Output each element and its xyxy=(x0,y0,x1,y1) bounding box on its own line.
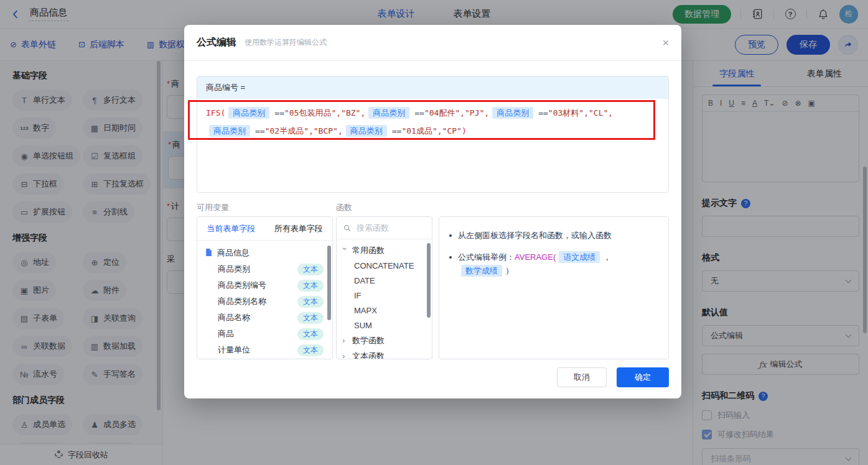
variable-name: 商品类别 xyxy=(218,264,250,275)
tip-example-field-chip: 数学成绩 xyxy=(461,265,502,277)
function-item[interactable]: CONCATENATE xyxy=(337,258,432,273)
variable-type-tag: 文本 xyxy=(297,312,324,324)
formula-token: "CL" xyxy=(589,108,608,117)
tip-example-function: AVERAGE( xyxy=(515,252,556,262)
modal-header: 公式编辑 使用数学运算符编辑公式 × xyxy=(184,25,681,61)
modal-title: 公式编辑 xyxy=(197,36,236,49)
formula-token: , xyxy=(309,126,314,136)
formula-token: == xyxy=(414,108,424,117)
tip-example-prefix: 公式编辑举例： xyxy=(458,252,515,262)
variable-type-tag: 文本 xyxy=(297,264,324,275)
chevron-expanded-icon: › xyxy=(340,247,350,253)
variable-name: 商品类别编号 xyxy=(218,280,266,291)
formula-token: IFS( xyxy=(206,108,225,117)
tip-example-field-chip: 语文成绩 xyxy=(559,251,600,263)
function-item[interactable]: DATE xyxy=(337,273,432,288)
formula-token: "BCP" xyxy=(314,126,338,136)
variable-item[interactable]: 商品文本 xyxy=(197,326,332,342)
function-group[interactable]: ›常用函数 xyxy=(337,242,432,258)
formula-token: "02半成品" xyxy=(265,126,309,136)
formula-token: "CP" xyxy=(442,126,462,136)
formula-field-chip: 商品类别 xyxy=(492,107,533,119)
form-icon xyxy=(205,248,213,259)
formula-target: 商品编号 = xyxy=(197,76,668,99)
tip-line-1: 从左侧面板选择字段名和函数，或输入函数 xyxy=(449,229,658,242)
function-group-label: 文本函数 xyxy=(352,351,385,360)
chevron-collapsed-icon: › xyxy=(342,351,348,359)
formula-token: ) xyxy=(462,126,467,136)
formula-field-chip: 商品类别 xyxy=(228,107,269,119)
function-group[interactable]: ›文本函数 xyxy=(337,348,432,359)
formula-token: , xyxy=(584,108,589,117)
formula-box: 商品编号 = IFS(商品类别=="05包装用品","BZ",商品类别=="04… xyxy=(197,76,669,193)
formula-token: "PJ" xyxy=(465,108,484,117)
search-icon xyxy=(343,224,352,233)
tip-example-close: ） xyxy=(505,266,513,275)
confirm-button[interactable]: 确定 xyxy=(617,367,669,387)
cancel-button[interactable]: 取消 xyxy=(557,367,607,387)
tip-example-separator: ， xyxy=(603,252,611,262)
modal-body: 商品编号 = IFS(商品类别=="05包装用品","BZ",商品类别=="04… xyxy=(184,61,681,359)
formula-token: "05包装用品" xyxy=(284,108,336,117)
function-group-label: 数学函数 xyxy=(352,335,385,346)
formula-token: == xyxy=(538,108,548,117)
function-search-placeholder: 搜索函数 xyxy=(357,223,389,234)
bullet-icon xyxy=(449,234,452,237)
formula-token: "04配件" xyxy=(424,108,460,117)
variable-item[interactable]: 计量单位文本 xyxy=(197,342,332,358)
functions-scrollbar[interactable] xyxy=(427,243,431,318)
function-group[interactable]: ›数学函数 xyxy=(337,333,432,348)
variables-label: 可用变量 xyxy=(197,202,336,213)
variable-name: 商品类别名称 xyxy=(218,296,266,307)
formula-token: "BZ" xyxy=(341,108,360,117)
variable-item[interactable]: 商品类别文本 xyxy=(197,261,332,277)
bullet-icon xyxy=(449,256,452,259)
chevron-collapsed-icon: › xyxy=(342,336,348,345)
variable-name: 计量单位 xyxy=(218,344,250,356)
variables-tab[interactable]: 所有表单字段 xyxy=(265,217,333,240)
variables-list: 商品信息商品类别文本商品类别编号文本商品类别名称文本商品名称文本商品文本计量单位… xyxy=(197,241,332,359)
close-icon[interactable]: × xyxy=(662,37,669,48)
modal-footer: 取消 确定 xyxy=(557,367,669,387)
formula-field-chip: 商品类别 xyxy=(209,125,250,137)
formula-field-chip: 商品类别 xyxy=(346,125,387,137)
formula-editor-modal: 公式编辑 使用数学运算符编辑公式 × 商品编号 = IFS(商品类别=="05包… xyxy=(184,25,681,398)
functions-list: ›常用函数CONCATENATEDATEIFMAPXSUM›数学函数›文本函数 xyxy=(337,239,432,359)
formula-token: , xyxy=(360,108,365,117)
modal-subtitle: 使用数学运算符编辑公式 xyxy=(245,37,327,48)
tips-panel: 从左侧面板选择字段名和函数，或输入函数 公式编辑举例：AVERAGE(语文成绩，… xyxy=(439,216,669,359)
modal-columns: 当前表单字段所有表单字段 商品信息商品类别文本商品类别编号文本商品类别名称文本商… xyxy=(197,216,669,359)
formula-token: == xyxy=(255,126,265,136)
function-item[interactable]: SUM xyxy=(337,318,432,333)
function-item[interactable]: IF xyxy=(337,288,432,303)
variable-name: 商品 xyxy=(218,328,234,339)
tip-line-2: 公式编辑举例：AVERAGE(语文成绩，数学成绩） xyxy=(449,251,658,278)
variables-tab[interactable]: 当前表单字段 xyxy=(197,217,265,240)
variables-scrollbar[interactable] xyxy=(327,246,331,320)
variable-item[interactable]: 商品名称文本 xyxy=(197,310,332,326)
formula-token: , xyxy=(437,126,442,136)
formula-token: , xyxy=(338,126,343,136)
variable-name: 商品名称 xyxy=(218,312,250,323)
formula-input-area[interactable]: IFS(商品类别=="05包装用品","BZ",商品类别=="04配件","PJ… xyxy=(197,99,649,145)
variables-tabs: 当前表单字段所有表单字段 xyxy=(197,217,332,241)
formula-token: , xyxy=(460,108,465,117)
variable-item[interactable]: 商品类别名称文本 xyxy=(197,293,332,310)
function-group-label: 常用函数 xyxy=(352,245,385,256)
formula-token: , xyxy=(484,108,489,117)
variables-panel: 当前表单字段所有表单字段 商品信息商品类别文本商品类别编号文本商品类别名称文本商… xyxy=(197,216,333,359)
function-item[interactable]: MAPX xyxy=(337,303,432,318)
formula-token: == xyxy=(392,126,402,136)
variable-type-tag: 文本 xyxy=(297,328,324,340)
tip-text-1: 从左侧面板选择字段名和函数，或输入函数 xyxy=(458,229,612,242)
formula-token: , xyxy=(608,108,613,117)
function-search[interactable]: 搜索函数 xyxy=(337,217,432,239)
formula-field-chip: 商品类别 xyxy=(368,107,409,119)
variables-root-node[interactable]: 商品信息 xyxy=(197,245,332,261)
variable-item[interactable]: 商品类别编号文本 xyxy=(197,277,332,293)
variable-type-tag: 文本 xyxy=(297,344,324,356)
functions-label: 函数 xyxy=(336,202,352,213)
variables-root-label: 商品信息 xyxy=(217,247,250,259)
variable-type-tag: 文本 xyxy=(297,280,324,292)
formula-token: , xyxy=(336,108,341,117)
